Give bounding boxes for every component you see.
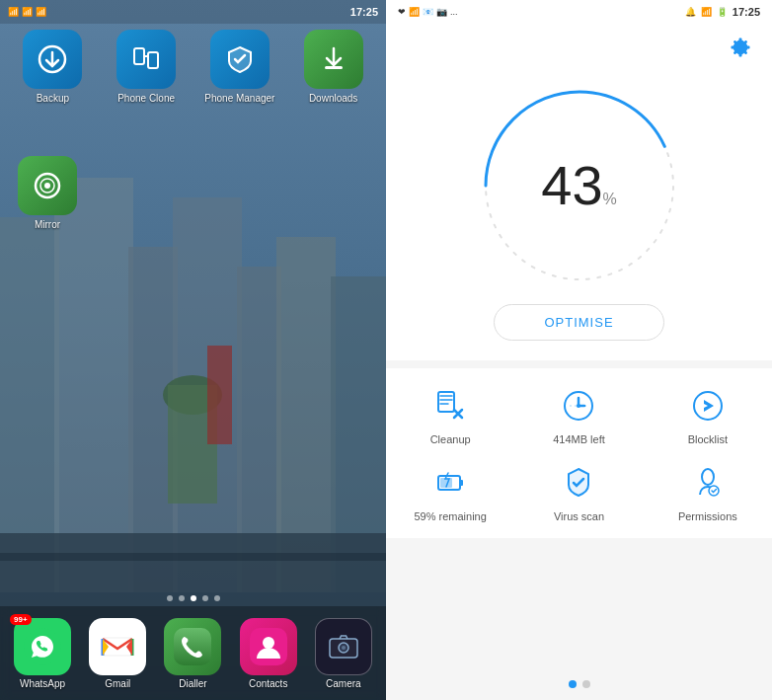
virus-icon: [557, 461, 600, 505]
blocklist-icon: [686, 384, 730, 428]
status-right-info: 🔔 📶 🔋 17:25: [685, 6, 760, 18]
svg-point-38: [702, 469, 714, 485]
app-label-downloads: Downloads: [309, 93, 357, 104]
dock-contacts[interactable]: Contacts: [240, 618, 297, 689]
permissions-icon: [686, 461, 730, 505]
dot-2: [179, 595, 185, 601]
app-label-backup: Backup: [37, 93, 69, 104]
dot-1: [167, 595, 173, 601]
svg-rect-16: [325, 66, 343, 69]
dock-icon-contacts: [240, 618, 297, 675]
cleanup-icon: [428, 384, 472, 428]
svg-point-28: [342, 646, 346, 650]
svg-point-19: [44, 183, 50, 189]
dock-icon-camera: [315, 618, 372, 675]
svg-rect-12: [207, 346, 232, 444]
dock-dialler[interactable]: Dialler: [164, 618, 221, 689]
status-left-icons: ❤ 📶 📧 📷 ...: [398, 7, 458, 17]
app-icon-mirror: [18, 156, 77, 215]
bottom-dot-2: [582, 680, 590, 688]
battery-icon: [428, 461, 472, 505]
app-label-phoneclone: Phone Clone: [117, 93, 175, 104]
storage-icon: [557, 384, 600, 428]
feature-cleanup[interactable]: Cleanup: [394, 384, 506, 445]
status-bar-right: ❤ 📶 📧 📷 ... 🔔 📶 🔋 17:25: [386, 0, 772, 24]
app-label-phonemanager: Phone Manager: [204, 93, 274, 104]
app-phonemanager[interactable]: Phone Manager: [197, 30, 283, 104]
dock-whatsapp[interactable]: 99+ WhatsApp: [14, 618, 71, 689]
svg-rect-15: [148, 52, 158, 68]
dock-label-whatsapp: WhatsApp: [20, 678, 65, 689]
feature-label-storage: 414MB left: [553, 433, 605, 445]
dock-gmail[interactable]: Gmail: [89, 618, 146, 689]
app-grid: Backup Phone Clone Phone Manager: [10, 30, 376, 104]
gauge-value: 43: [541, 154, 602, 216]
bottom-dots: [386, 668, 772, 700]
app-downloads[interactable]: Downloads: [290, 30, 376, 104]
app-mirror[interactable]: Mirror: [18, 156, 77, 230]
dot-5: [214, 595, 220, 601]
feature-virus[interactable]: Virus scan: [522, 461, 635, 522]
feature-battery[interactable]: 59% remaining: [394, 461, 506, 522]
settings-button[interactable]: [725, 32, 756, 63]
feature-label-permissions: Permissions: [678, 510, 737, 522]
gauge-unit: %: [603, 191, 617, 207]
dock-icon-dialler: [164, 618, 221, 675]
feature-label-cleanup: Cleanup: [430, 433, 471, 445]
dock: 99+ WhatsApp Gmail: [0, 606, 386, 700]
feature-blocklist[interactable]: Blocklist: [652, 384, 764, 445]
status-icons: 📶 📶 📶: [8, 7, 46, 17]
dot-4: [202, 595, 208, 601]
feature-label-virus: Virus scan: [554, 510, 604, 522]
app-mirror-row: Mirror: [18, 156, 77, 230]
svg-rect-2: [54, 178, 133, 592]
feature-label-blocklist: Blocklist: [688, 433, 728, 445]
app-icon-downloads: [304, 30, 363, 89]
dock-label-dialler: Dialler: [179, 678, 206, 689]
svg-rect-23: [174, 628, 211, 665]
feature-storage[interactable]: 414MB left: [522, 384, 635, 445]
optimise-button[interactable]: OPTIMISE: [494, 304, 663, 341]
dock-icon-whatsapp: [14, 618, 71, 675]
dock-camera[interactable]: Camera: [315, 618, 372, 689]
feature-permissions[interactable]: Permissions: [652, 461, 764, 522]
circle-gauge: 43%: [471, 77, 688, 294]
gauge-center: 43%: [541, 158, 617, 213]
status-time-left: 17:25: [350, 6, 378, 18]
svg-point-25: [263, 637, 274, 649]
home-screen: 📶 📶 📶 17:25 Backup: [0, 0, 386, 700]
status-bar-left: 📶 📶 📶 17:25: [0, 0, 386, 24]
svg-rect-36: [460, 480, 463, 486]
page-dots: [0, 595, 386, 601]
feature-grid: Cleanup 414MB left: [386, 368, 772, 538]
status-time-right: 17:25: [733, 6, 760, 18]
app-backup[interactable]: Backup: [10, 30, 96, 104]
dot-3: [191, 595, 196, 601]
app-icon-phonemanager: [210, 30, 270, 89]
app-phoneclone[interactable]: Phone Clone: [104, 30, 190, 104]
gauge-container: 43% OPTIMISE: [386, 67, 772, 360]
svg-rect-9: [0, 553, 386, 561]
dock-label-gmail: Gmail: [105, 678, 130, 689]
app-header: [386, 24, 772, 67]
dock-label-contacts: Contacts: [249, 678, 287, 689]
svg-rect-31: [438, 392, 454, 412]
dock-label-camera: Camera: [326, 678, 361, 689]
app-icon-backup: [23, 30, 82, 89]
bottom-dot-1: [569, 680, 577, 688]
svg-rect-14: [134, 48, 144, 64]
phone-manager-app: ❤ 📶 📧 📷 ... 🔔 📶 🔋 17:25: [386, 0, 772, 700]
app-icon-phoneclone: [116, 30, 176, 89]
feature-label-battery: 59% remaining: [414, 510, 486, 522]
dock-icon-gmail: [89, 618, 146, 675]
whatsapp-badge: 99+: [10, 614, 32, 625]
app-label-mirror: Mirror: [35, 219, 60, 230]
